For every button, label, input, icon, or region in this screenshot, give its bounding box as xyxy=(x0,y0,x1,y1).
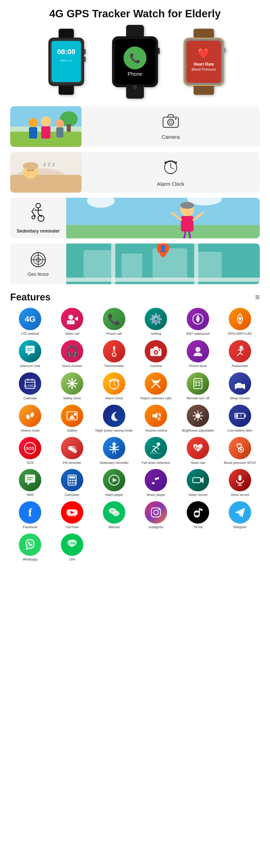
voicerecord-icon xyxy=(229,469,251,491)
features-grid: 4G LTE network Video call 📞 Phone call xyxy=(10,308,260,562)
tiktok-label: TikTok xyxy=(193,525,202,529)
feature-facebook[interactable]: f Facebook xyxy=(10,501,50,529)
svg-line-51 xyxy=(171,167,174,169)
watch-3: ❤️ Heart Rate Blood Pressure xyxy=(178,29,229,95)
feature-line[interactable]: LINE Line xyxy=(52,533,92,562)
alarmclock-label: Alarm Clock xyxy=(105,396,123,401)
svg-point-208 xyxy=(112,510,119,516)
feature-pedometer[interactable]: Pedometer xyxy=(220,340,260,368)
feature-wechat[interactable]: Wechat xyxy=(94,501,134,529)
sedentary2-icon xyxy=(103,437,125,459)
feature-history[interactable]: History route xyxy=(10,405,50,433)
svg-point-209 xyxy=(111,510,112,512)
hamburger-icon[interactable]: ≡ xyxy=(255,292,260,302)
svg-point-128 xyxy=(117,380,119,381)
feature-gallery[interactable]: Gallery xyxy=(52,405,92,433)
svg-text:MON 12: MON 12 xyxy=(61,59,72,63)
feature-sos[interactable]: SOS SOS xyxy=(10,437,50,465)
feature-heartrate[interactable]: Heart rate xyxy=(178,437,218,465)
sedentary-card: Sedentary reminder xyxy=(10,198,260,239)
feature-brightness[interactable]: Brightness adjustable xyxy=(178,405,218,433)
feature-ip67[interactable]: IP67 waterproof xyxy=(178,308,218,336)
svg-rect-82 xyxy=(198,252,222,278)
feature-bpspo2[interactable]: Blood pressure SPO2 xyxy=(220,437,260,465)
svg-rect-34 xyxy=(29,127,37,138)
svg-rect-94 xyxy=(27,348,33,349)
rejectcall-svg xyxy=(149,377,163,390)
phonecall-label: Phone call xyxy=(106,332,122,336)
map-svg: 👤 xyxy=(66,244,260,284)
feature-videorecord[interactable]: Video record xyxy=(178,469,218,497)
feature-tiktok[interactable]: TikTok xyxy=(178,501,218,529)
svg-line-108 xyxy=(240,353,242,354)
svg-line-171 xyxy=(110,446,113,447)
feature-whatsapp[interactable]: Whatsapp xyxy=(10,533,50,562)
geofence-card: Geo fence 👤 xyxy=(10,244,260,284)
feature-setting[interactable]: ⚙️ Setting xyxy=(136,308,176,336)
svg-rect-187 xyxy=(27,477,33,478)
calculator-label: Calculator xyxy=(65,493,80,497)
svg-point-210 xyxy=(112,510,113,512)
feature-phonebook[interactable]: Phone book xyxy=(178,340,218,368)
svg-rect-38 xyxy=(56,127,63,137)
svg-point-120 xyxy=(71,378,73,380)
watch-3-svg: ❤️ Heart Rate Blood Pressure xyxy=(178,29,229,95)
svg-text:!: ! xyxy=(240,413,241,418)
brightness-icon xyxy=(187,405,209,427)
feature-pill[interactable]: Pill reminder xyxy=(52,437,92,465)
feature-telegram[interactable]: Telegram xyxy=(220,501,260,529)
sos-icon: SOS xyxy=(19,437,41,459)
feature-voicerecord[interactable]: Voice record xyxy=(220,469,260,497)
alarmclock-svg xyxy=(107,377,121,390)
svg-text:Blood Pressure: Blood Pressure xyxy=(192,67,216,71)
feature-fall[interactable]: Fall down detection xyxy=(136,437,176,465)
svg-point-122 xyxy=(67,383,68,384)
feature-battery[interactable]: ! Low battery alert xyxy=(220,405,260,433)
feature-instagram[interactable]: Instagram xyxy=(136,501,176,529)
feature-volume[interactable]: Volume control xyxy=(136,405,176,433)
wechat-label: Wechat xyxy=(109,525,120,529)
feature-lte[interactable]: 4G LTE network xyxy=(10,308,50,336)
safetyzone-label: Safety Zone xyxy=(63,396,81,401)
svg-text:👤: 👤 xyxy=(159,245,167,252)
feature-safetyzone[interactable]: Safety Zone xyxy=(52,372,92,401)
feature-calendar[interactable]: CALENDAR Calendar xyxy=(10,372,50,401)
voicerecord-label: Voice record xyxy=(231,493,249,497)
feature-videoplayer[interactable]: Video player xyxy=(94,469,134,497)
feature-phonecall[interactable]: 📞 Phone call xyxy=(94,308,134,336)
svg-line-181 xyxy=(154,449,156,452)
ip67-icon xyxy=(187,308,209,330)
feature-sedentary2[interactable]: Sedentary reminder xyxy=(94,437,134,465)
svg-rect-190 xyxy=(69,476,75,478)
facebook-label: Facebook xyxy=(23,525,37,529)
camera-card-image xyxy=(10,106,82,147)
svg-rect-135 xyxy=(198,382,200,383)
pedometer-svg xyxy=(234,345,246,358)
svg-rect-194 xyxy=(69,482,71,484)
svg-rect-1 xyxy=(59,85,74,95)
feature-calculator[interactable]: Calculator xyxy=(52,469,92,497)
feature-remoteoff[interactable]: Remote turn off xyxy=(178,372,218,401)
sedentary-svg xyxy=(29,203,47,223)
svg-rect-195 xyxy=(72,482,74,484)
line-label: Line xyxy=(69,557,75,562)
svg-point-169 xyxy=(112,442,116,446)
feature-nightmode[interactable]: Night power saving mode xyxy=(94,405,134,433)
feature-voice[interactable]: 🎧 Voice monitor xyxy=(52,340,92,368)
feature-musicplayer[interactable]: Music player xyxy=(136,469,176,497)
feature-rejectcall[interactable]: Reject unknown calls xyxy=(136,372,176,401)
feature-gps[interactable]: GPS+WIFI+LBS xyxy=(220,308,260,336)
thermo-icon xyxy=(103,340,125,363)
feature-videocall[interactable]: Video call xyxy=(52,308,92,336)
feature-sleep[interactable]: Sleep monitor xyxy=(220,372,260,401)
feature-youtube[interactable]: YouTube YouTube xyxy=(52,501,92,529)
svg-rect-161 xyxy=(245,414,246,417)
feature-alarmclock[interactable]: Alarm Clock xyxy=(94,372,134,401)
feature-thermo[interactable]: Thermometer xyxy=(94,340,134,368)
youtube-label: YouTube xyxy=(65,525,78,529)
feature-intercom[interactable]: Intercom chat xyxy=(10,340,50,368)
feature-camera2[interactable]: Camera xyxy=(136,340,176,368)
feature-sms[interactable]: SMS xyxy=(10,469,50,497)
camera-card-right: Camera xyxy=(82,113,260,140)
stretch-svg xyxy=(66,198,260,239)
